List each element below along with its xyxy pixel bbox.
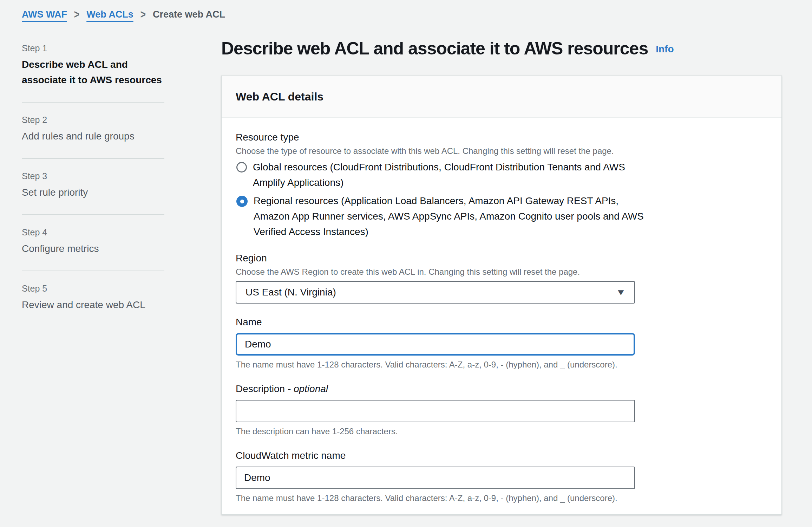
breadcrumb-separator-icon: > — [140, 8, 146, 21]
breadcrumb-link-web-acls[interactable]: Web ACLs — [86, 9, 133, 20]
main-content: Describe web ACL and associate it to AWS… — [221, 38, 782, 515]
name-input[interactable] — [236, 333, 635, 356]
radio-icon[interactable] — [236, 162, 247, 173]
description-field: Description - optional The description c… — [236, 382, 767, 437]
wizard-steps-sidebar: Step 1 Describe web ACL and associate it… — [22, 36, 164, 327]
description-label: Description - optional — [236, 382, 767, 396]
region-label: Region — [236, 252, 767, 265]
description-constraint-text: The description can have 1-256 character… — [236, 425, 767, 437]
radio-selected-icon[interactable] — [236, 196, 248, 207]
region-description: Choose the AWS Region to create this web… — [236, 266, 767, 278]
cloudwatch-metric-label: CloudWatch metric name — [236, 449, 767, 462]
radio-option-label: Global resources (CloudFront Distributio… — [253, 160, 646, 190]
resource-type-description: Choose the type of resource to associate… — [236, 145, 767, 157]
name-label: Name — [236, 315, 767, 329]
sidebar-step-2[interactable]: Step 2 Add rules and rule groups — [22, 103, 164, 159]
step-title: Describe web ACL and associate it to AWS… — [22, 57, 164, 88]
description-label-text: Description — [236, 383, 285, 394]
region-field: Region Choose the AWS Region to create t… — [236, 252, 767, 304]
step-title: Set rule priority — [22, 185, 164, 200]
web-acl-details-panel: Web ACL details Resource type Choose the… — [221, 75, 782, 515]
resource-type-radio-group: Global resources (CloudFront Distributio… — [236, 160, 767, 240]
cloudwatch-metric-field: CloudWatch metric name The name must hav… — [236, 449, 767, 504]
name-field: Name The name must have 1-128 characters… — [236, 315, 767, 370]
panel-body: Resource type Choose the type of resourc… — [222, 118, 781, 514]
breadcrumb: AWS WAF > Web ACLs > Create web ACL — [22, 9, 225, 20]
description-input[interactable] — [236, 400, 635, 422]
resource-type-label: Resource type — [236, 131, 767, 144]
step-title: Review and create web ACL — [22, 297, 164, 313]
step-number: Step 3 — [22, 170, 164, 182]
name-constraint-text: The name must have 1-128 characters. Val… — [236, 359, 767, 370]
region-select[interactable]: US East (N. Virginia) ▼ — [236, 281, 635, 304]
chevron-down-icon: ▼ — [616, 287, 626, 297]
breadcrumb-link-aws-waf[interactable]: AWS WAF — [22, 9, 67, 20]
resource-type-field: Resource type Choose the type of resourc… — [236, 131, 767, 240]
step-number: Step 5 — [22, 282, 164, 294]
info-link[interactable]: Info — [656, 44, 674, 54]
panel-header: Web ACL details — [222, 76, 781, 118]
step-number: Step 2 — [22, 114, 164, 126]
radio-option-label: Regional resources (Application Load Bal… — [254, 193, 647, 240]
page-title: Describe web ACL and associate it to AWS… — [221, 38, 782, 60]
cloudwatch-metric-input[interactable] — [236, 467, 635, 489]
sidebar-step-4[interactable]: Step 4 Configure metrics — [22, 215, 164, 271]
step-number: Step 1 — [22, 42, 164, 54]
cloudwatch-constraint-text: The name must have 1-128 characters. Val… — [236, 492, 767, 504]
panel-title: Web ACL details — [236, 90, 767, 103]
sidebar-step-3[interactable]: Step 3 Set rule priority — [22, 159, 164, 215]
radio-option-global-resources[interactable]: Global resources (CloudFront Distributio… — [236, 160, 767, 190]
radio-option-regional-resources[interactable]: Regional resources (Application Load Bal… — [236, 193, 767, 240]
description-optional-text: - optional — [288, 383, 328, 394]
page-title-text: Describe web ACL and associate it to AWS… — [221, 39, 648, 58]
breadcrumb-current-page: Create web ACL — [153, 9, 225, 20]
sidebar-step-5[interactable]: Step 5 Review and create web ACL — [22, 271, 164, 327]
breadcrumb-separator-icon: > — [74, 8, 79, 21]
sidebar-step-1[interactable]: Step 1 Describe web ACL and associate it… — [22, 36, 164, 103]
region-select-value: US East (N. Virginia) — [245, 287, 336, 298]
step-title: Configure metrics — [22, 241, 164, 256]
step-title: Add rules and rule groups — [22, 129, 164, 144]
step-number: Step 4 — [22, 226, 164, 238]
